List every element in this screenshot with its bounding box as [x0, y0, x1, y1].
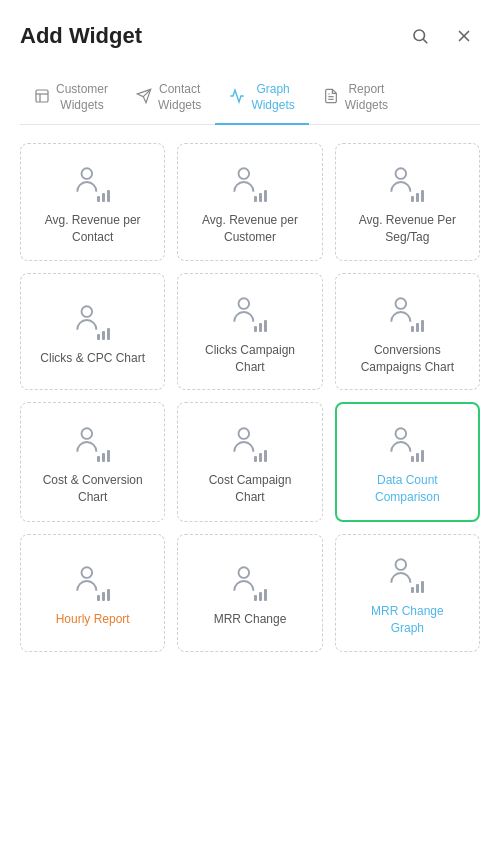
- widget-icon-data-count: [387, 424, 427, 462]
- widget-data-count-comparison[interactable]: Data CountComparison: [335, 402, 480, 522]
- svg-point-22: [396, 559, 407, 570]
- customer-widgets-icon: [34, 88, 50, 107]
- widget-icon-avg-revenue-customer: [230, 164, 270, 202]
- widget-label-hourly-report: Hourly Report: [56, 611, 130, 628]
- svg-line-1: [423, 39, 426, 42]
- svg-rect-4: [36, 90, 48, 102]
- tab-report-widgets[interactable]: ReportWidgets: [309, 72, 402, 125]
- page-container: Add Widget Custome: [0, 0, 500, 852]
- tab-graph-widgets[interactable]: GraphWidgets: [215, 72, 308, 125]
- widget-conversions-campaigns-chart[interactable]: ConversionsCampaigns Chart: [335, 273, 480, 391]
- widget-icon-cost-campaign: [230, 424, 270, 462]
- svg-point-21: [238, 568, 249, 579]
- header: Add Widget: [20, 20, 480, 52]
- header-icons: [404, 20, 480, 52]
- svg-point-19: [396, 429, 407, 440]
- widget-icon-clicks-cpc: [73, 302, 113, 340]
- widget-label-conversions-campaigns: ConversionsCampaigns Chart: [361, 342, 454, 376]
- widget-mrr-change-graph[interactable]: MRR ChangeGraph: [335, 534, 480, 652]
- page-title: Add Widget: [20, 23, 142, 49]
- widget-grid: Avg. Revenue perContact Avg. Revenue per…: [20, 143, 480, 651]
- widget-clicks-cpc-chart[interactable]: Clicks & CPC Chart: [20, 273, 165, 391]
- widget-label-data-count: Data CountComparison: [375, 472, 440, 506]
- widget-label-cost-conversion: Cost & ConversionChart: [43, 472, 143, 506]
- svg-point-16: [396, 298, 407, 309]
- widget-label-mrr-change: MRR Change: [214, 611, 287, 628]
- svg-point-12: [238, 168, 249, 179]
- widget-label-clicks-cpc: Clicks & CPC Chart: [40, 350, 145, 367]
- widget-label-clicks-campaign: Clicks CampaignChart: [205, 342, 295, 376]
- widget-label-avg-revenue-contact: Avg. Revenue perContact: [45, 212, 141, 246]
- contact-widgets-icon: [136, 88, 152, 107]
- widget-label-cost-campaign: Cost CampaignChart: [209, 472, 292, 506]
- widget-icon-cost-conversion: [73, 424, 113, 462]
- tab-contact-widgets[interactable]: ContactWidgets: [122, 72, 215, 125]
- svg-point-11: [81, 168, 92, 179]
- svg-point-20: [81, 568, 92, 579]
- widget-cost-campaign-chart[interactable]: Cost CampaignChart: [177, 402, 322, 522]
- widget-icon-avg-revenue-contact: [73, 164, 113, 202]
- widget-icon-mrr-change-graph: [387, 555, 427, 593]
- widget-icon-conversions-campaigns: [387, 294, 427, 332]
- svg-point-17: [81, 429, 92, 440]
- widget-mrr-change[interactable]: MRR Change: [177, 534, 322, 652]
- svg-point-14: [81, 306, 92, 317]
- widget-avg-revenue-customer[interactable]: Avg. Revenue perCustomer: [177, 143, 322, 261]
- widget-cost-conversion-chart[interactable]: Cost & ConversionChart: [20, 402, 165, 522]
- widget-hourly-report[interactable]: Hourly Report: [20, 534, 165, 652]
- tab-bar: CustomerWidgets ContactWidgets GraphWidg…: [20, 72, 480, 125]
- svg-point-13: [396, 168, 407, 179]
- close-button[interactable]: [448, 20, 480, 52]
- widget-avg-revenue-seg[interactable]: Avg. Revenue PerSeg/Tag: [335, 143, 480, 261]
- svg-point-18: [238, 429, 249, 440]
- search-button[interactable]: [404, 20, 436, 52]
- widget-icon-mrr-change: [230, 563, 270, 601]
- widget-icon-avg-revenue-seg: [387, 164, 427, 202]
- widget-label-avg-revenue-customer: Avg. Revenue perCustomer: [202, 212, 298, 246]
- widget-label-mrr-change-graph: MRR ChangeGraph: [371, 603, 444, 637]
- tab-customer-widgets[interactable]: CustomerWidgets: [20, 72, 122, 125]
- report-widgets-icon: [323, 88, 339, 107]
- widget-icon-clicks-campaign: [230, 294, 270, 332]
- widget-label-avg-revenue-seg: Avg. Revenue PerSeg/Tag: [359, 212, 456, 246]
- svg-point-15: [238, 298, 249, 309]
- widget-icon-hourly-report: [73, 563, 113, 601]
- graph-widgets-icon: [229, 88, 245, 107]
- widget-clicks-campaign-chart[interactable]: Clicks CampaignChart: [177, 273, 322, 391]
- widget-avg-revenue-contact[interactable]: Avg. Revenue perContact: [20, 143, 165, 261]
